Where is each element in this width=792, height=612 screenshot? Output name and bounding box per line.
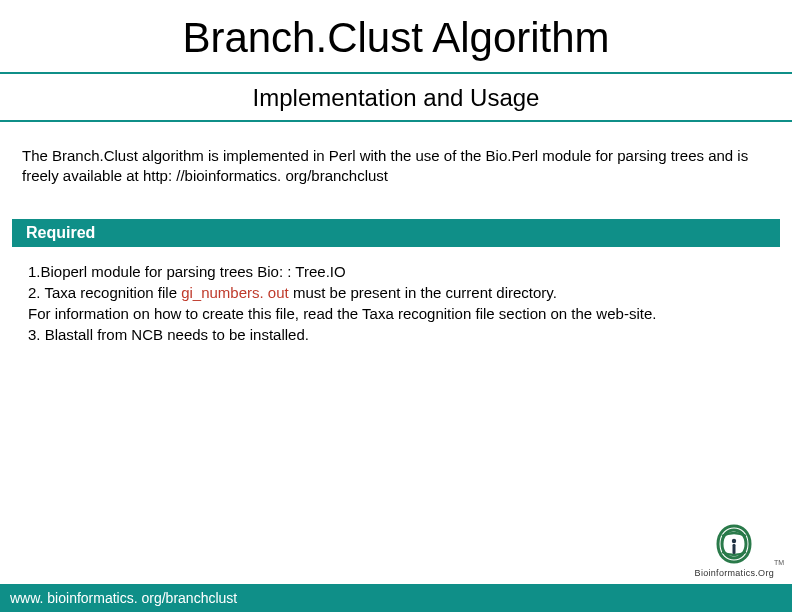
bioinformatics-logo: TM Bioinformatics.Org [695, 522, 774, 578]
list-item-note: For information on how to create this fi… [28, 303, 770, 324]
list-item: 2. Taxa recognition file gi_numbers. out… [28, 282, 770, 303]
svg-point-0 [732, 539, 736, 543]
trademark-label: TM [774, 559, 784, 566]
list-item-suffix: must be present in the current directory… [289, 284, 557, 301]
required-list: 1.Bioperl module for parsing trees Bio: … [0, 247, 792, 345]
list-item: 3. Blastall from NCB needs to be install… [28, 324, 770, 345]
bioinformatics-logo-icon [712, 522, 756, 566]
list-item-prefix: 2. Taxa recognition file [28, 284, 181, 301]
list-item: 1.Bioperl module for parsing trees Bio: … [28, 261, 770, 282]
highlight-filename: gi_numbers. out [181, 284, 289, 301]
required-header: Required [12, 219, 780, 247]
footer-url: www. bioinformatics. org/branchclust [0, 584, 792, 612]
logo-caption: Bioinformatics.Org [695, 568, 774, 578]
page-title: Branch.Clust Algorithm [0, 0, 792, 72]
subtitle: Implementation and Usage [0, 74, 792, 120]
svg-rect-1 [733, 544, 736, 554]
intro-paragraph: The Branch.Clust algorithm is implemente… [0, 122, 792, 199]
